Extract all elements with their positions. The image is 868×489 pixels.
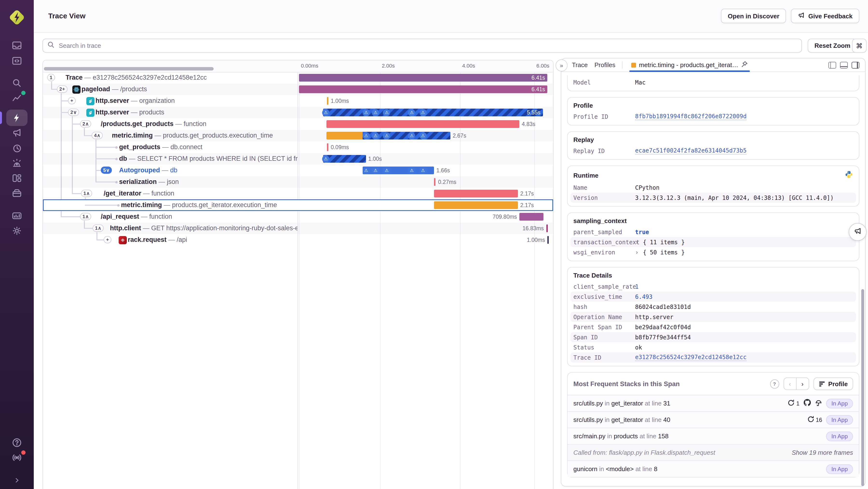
span-bar[interactable] bbox=[434, 190, 518, 197]
sidebar-item-alerts[interactable] bbox=[6, 155, 28, 171]
span-bar-cell[interactable]: 2.17s bbox=[298, 188, 553, 199]
sidebar-item-issues[interactable] bbox=[6, 37, 28, 54]
span-tree-cell[interactable]: get_products — db.connect bbox=[43, 141, 298, 153]
span-bar[interactable] bbox=[299, 74, 547, 82]
performance-issue-warning-icon[interactable]: ⚠ bbox=[419, 167, 427, 174]
span-bar-cell[interactable]: 16.83ms bbox=[298, 223, 553, 234]
span-bar-cell[interactable]: 1.00ms bbox=[298, 234, 553, 246]
trace-span-row[interactable]: + http.server — organization1.00ms bbox=[43, 95, 553, 107]
stack-frame-row[interactable]: src/main.py in products at line 158In Ap… bbox=[567, 428, 859, 444]
span-bar-cell[interactable]: 1.00ms bbox=[298, 95, 553, 107]
performance-issue-warning-icon[interactable]: ⚠ bbox=[419, 109, 427, 116]
span-bar[interactable] bbox=[326, 120, 519, 128]
expand-chevron-icon[interactable]: › bbox=[635, 249, 639, 256]
expand-chevron-icon[interactable]: › bbox=[635, 239, 639, 246]
sidebar-item-projects[interactable] bbox=[6, 53, 28, 69]
sidebar-item-broadcast[interactable] bbox=[6, 450, 28, 466]
prev-page-icon[interactable]: ‹ bbox=[784, 378, 796, 390]
span-duration-tick[interactable] bbox=[434, 178, 436, 186]
span-children-count-pill[interactable]: + bbox=[68, 97, 76, 104]
help-icon[interactable]: ? bbox=[770, 379, 779, 389]
performance-issue-warning-icon[interactable]: ⚠ bbox=[362, 109, 370, 116]
trace-span-row[interactable]: 1∧http.client — GET https://application-… bbox=[43, 223, 553, 234]
trace-span-row[interactable]: 2∨ http.server — products5.55s⚠⚠⚠⚠⚠⚠ bbox=[43, 107, 553, 118]
span-children-count-pill[interactable]: 1∧ bbox=[80, 213, 91, 220]
span-duration-tick[interactable] bbox=[327, 97, 328, 105]
span-children-count-pill[interactable]: 4∧ bbox=[92, 132, 103, 139]
layout-left-icon[interactable] bbox=[829, 62, 836, 68]
span-duration-tick[interactable] bbox=[547, 236, 549, 244]
stack-frame-row[interactable]: src/utils.py in get_iterator at line 311… bbox=[567, 395, 859, 411]
sidebar-item-replays[interactable] bbox=[6, 140, 28, 156]
span-bar-cell[interactable]: 5.55s⚠⚠⚠⚠⚠⚠ bbox=[298, 107, 553, 118]
next-page-icon[interactable]: › bbox=[796, 378, 808, 390]
github-icon[interactable] bbox=[803, 399, 811, 408]
span-bar-cell[interactable]: 1.00s⚠ bbox=[298, 153, 553, 165]
trace-span-row[interactable]: 1∧/get_iterator — function2.17s bbox=[43, 188, 553, 199]
kv-value[interactable]: ecae7c51f0024f2fa82e6314045d73b5 bbox=[635, 147, 746, 154]
sidebar-item-stats[interactable] bbox=[6, 207, 28, 224]
tab-trace[interactable]: Trace bbox=[572, 61, 588, 68]
sidebar-item-feedback[interactable] bbox=[6, 124, 28, 141]
span-tree-cell[interactable]: 2+ pageload — /products bbox=[43, 84, 298, 95]
shortcut-command-button[interactable]: ⌘ bbox=[852, 39, 867, 53]
trace-span-row[interactable]: 5∨Autogrouped — db1.66s⚠⚠⚠⚠⚠ bbox=[43, 165, 553, 176]
search-in-trace[interactable] bbox=[42, 39, 802, 53]
span-bar-cell[interactable]: 0.27ms bbox=[298, 176, 553, 188]
reset-zoom-button[interactable]: Reset Zoom bbox=[808, 39, 857, 53]
sidebar-item-releases[interactable] bbox=[6, 185, 28, 201]
span-bar-autogroup-hatch[interactable] bbox=[323, 155, 366, 163]
performance-issue-warning-icon[interactable]: ⚠ bbox=[362, 132, 370, 139]
performance-issue-warning-icon[interactable]: ⚠ bbox=[322, 109, 329, 116]
span-bar-autogroup-hatch[interactable] bbox=[323, 109, 543, 116]
span-bar-cell[interactable]: 4.83s bbox=[298, 118, 553, 130]
stack-frame-row[interactable]: src/utils.py in get_iterator at line 401… bbox=[567, 411, 859, 428]
sidebar-item-insights[interactable] bbox=[6, 90, 28, 106]
trace-span-row[interactable]: 1Trace — e31278c256524c3297e2cd12458e12c… bbox=[43, 72, 553, 84]
span-bar[interactable] bbox=[326, 132, 362, 140]
trace-span-row[interactable]: metric.timing — products.get_iterator.ex… bbox=[43, 199, 553, 211]
sidebar-item-traces[interactable] bbox=[6, 110, 28, 126]
collapse-drawer-icon[interactable]: » bbox=[556, 59, 567, 71]
sidebar-item-dashboards[interactable] bbox=[6, 170, 28, 186]
trace-span-row[interactable]: 2∧/products.get_products — function4.83s bbox=[43, 118, 553, 130]
open-in-discover-button[interactable]: Open in Discover bbox=[721, 9, 786, 23]
span-children-count-pill[interactable]: 1 bbox=[47, 74, 55, 81]
sidebar-item-settings[interactable] bbox=[6, 223, 28, 239]
span-tree-cell[interactable]: 4∧metric.timing — products.get_products.… bbox=[43, 130, 298, 141]
span-tree-cell[interactable]: 1∧/api_request — function bbox=[43, 211, 298, 223]
span-tree-cell[interactable]: db — SELECT * FROM products WHERE id IN … bbox=[43, 153, 298, 165]
span-children-count-pill[interactable]: 2+ bbox=[57, 85, 67, 93]
span-bar-cell[interactable]: 0.09ms bbox=[298, 141, 553, 153]
span-tree-cell[interactable]: 2∧/products.get_products — function bbox=[43, 118, 298, 130]
trace-span-row[interactable]: get_products — db.connect0.09ms bbox=[43, 141, 553, 153]
pin-tab-icon[interactable] bbox=[741, 61, 748, 69]
span-tree-cell[interactable]: 1∧http.client — GET https://application-… bbox=[43, 223, 298, 234]
span-children-count-pill[interactable]: 1∧ bbox=[93, 225, 104, 232]
span-duration-tick[interactable] bbox=[546, 225, 548, 232]
performance-issue-warning-icon[interactable]: ⚠ bbox=[419, 132, 427, 139]
tab-active-span[interactable]: metric.timing - products.get_iterat… bbox=[629, 58, 750, 71]
profile-button[interactable]: Profile bbox=[813, 377, 853, 390]
search-input[interactable] bbox=[58, 41, 797, 50]
trace-span-row[interactable]: + rack.request — /api1.00ms bbox=[43, 234, 553, 246]
kv-value[interactable]: 8fb7bb1891994f8c862f206e8722009d bbox=[635, 113, 746, 120]
span-children-count-pill[interactable]: 1∧ bbox=[81, 190, 92, 197]
span-bar[interactable] bbox=[519, 213, 543, 221]
performance-issue-warning-icon[interactable]: ⚠ bbox=[362, 167, 370, 174]
span-tree-cell[interactable]: + rack.request — /api bbox=[43, 234, 298, 246]
tab-profiles[interactable]: Profiles bbox=[595, 61, 616, 68]
performance-issue-warning-icon[interactable]: ⚠ bbox=[322, 155, 329, 163]
horizontal-scrollbar[interactable] bbox=[44, 67, 214, 70]
span-duration-tick[interactable] bbox=[327, 143, 328, 151]
span-tree-cell[interactable]: 1Trace — e31278c256524c3297e2cd12458e12c… bbox=[43, 72, 298, 84]
span-children-count-pill[interactable]: 2∧ bbox=[80, 120, 91, 127]
layout-right-icon[interactable] bbox=[851, 62, 859, 68]
span-bar-cell[interactable]: 1.66s⚠⚠⚠⚠⚠ bbox=[298, 165, 553, 176]
kv-value[interactable]: e31278c256524c3297e2cd12458e12cc bbox=[635, 354, 746, 361]
span-tree-cell[interactable]: metric.timing — products.get_iterator.ex… bbox=[43, 199, 298, 211]
sidebar-item-help[interactable] bbox=[6, 434, 28, 451]
span-tree-cell[interactable]: 2∨ http.server — products bbox=[43, 107, 298, 118]
sentry-logo-icon[interactable] bbox=[7, 8, 27, 27]
span-children-count-pill[interactable]: 2∨ bbox=[68, 109, 79, 116]
